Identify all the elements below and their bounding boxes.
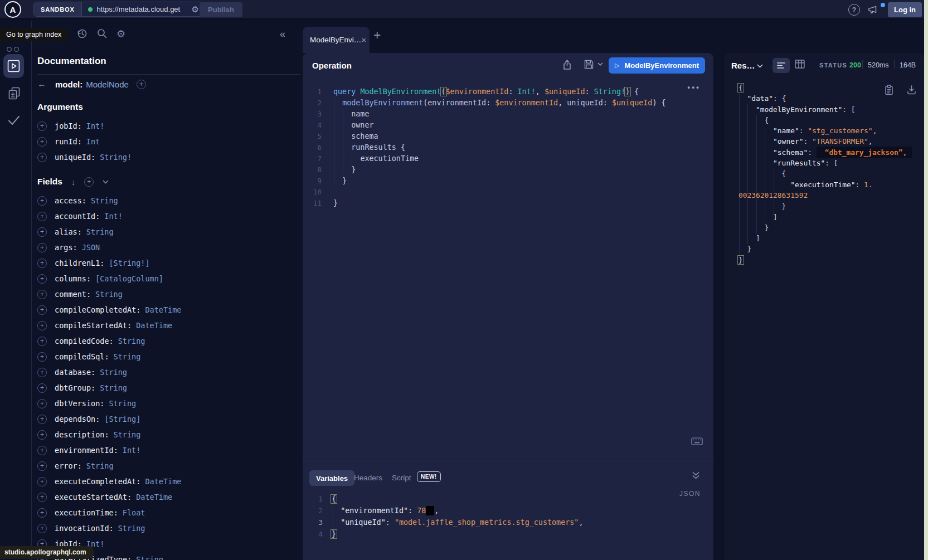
selected-field-type[interactable]: ModelNode	[86, 80, 129, 89]
tab-variables[interactable]: Variables	[309, 470, 354, 486]
graph-icon[interactable]	[14, 47, 19, 52]
save-options-chevron-icon[interactable]	[597, 62, 603, 66]
field-type[interactable]: String	[95, 290, 123, 299]
add-field-icon[interactable]: +	[37, 243, 47, 252]
sidebar-item-checks[interactable]	[7, 115, 21, 126]
share-icon[interactable]	[562, 60, 572, 70]
field-type[interactable]: String	[136, 555, 163, 560]
field-type[interactable]: DateTime	[145, 305, 181, 314]
response-body[interactable]: { "data": { "modelByEnvironment": [ { "n…	[738, 82, 912, 265]
apollo-logo[interactable]: A	[4, 1, 21, 18]
help-icon[interactable]: ?	[848, 4, 860, 16]
doc-field-row[interactable]: +childrenL1:[String!]	[37, 255, 181, 271]
field-name[interactable]: compiledCode:	[55, 337, 114, 345]
add-field-icon[interactable]: +	[37, 383, 47, 393]
field-name[interactable]: childrenL1:	[55, 259, 104, 267]
doc-field-row[interactable]: +compileCompletedAt:DateTime	[37, 302, 181, 318]
doc-field-row[interactable]: +environmentId:Int!	[37, 442, 181, 458]
field-type[interactable]: DateTime	[136, 493, 172, 501]
operation-editor[interactable]: query ModelByEnvironment($environmentId:…	[333, 86, 666, 209]
doc-field-row[interactable]: +compiledSql:String	[37, 349, 181, 364]
save-icon[interactable]	[584, 60, 594, 69]
field-name[interactable]: comment:	[55, 290, 91, 299]
field-type[interactable]: String	[118, 524, 145, 533]
field-type[interactable]: String	[91, 196, 118, 205]
new-tab-icon[interactable]: +	[373, 28, 381, 43]
add-field-icon[interactable]: +	[37, 227, 47, 237]
field-name[interactable]: jobId:	[55, 121, 82, 130]
close-tab-icon[interactable]: ×	[361, 35, 366, 45]
field-name[interactable]: uniqueId:	[55, 153, 95, 162]
add-field-icon[interactable]: +	[37, 274, 47, 284]
field-type[interactable]: String	[118, 337, 145, 345]
add-field-icon[interactable]: +	[37, 430, 47, 440]
add-field-icon[interactable]: +	[37, 493, 47, 502]
field-type[interactable]: [String!]	[109, 259, 149, 267]
login-button[interactable]: Log in	[888, 2, 922, 17]
chevron-down-icon[interactable]	[103, 180, 109, 184]
variables-editor[interactable]: { "environmentId": 78, "uniqueId": "mode…	[332, 493, 583, 540]
field-type[interactable]: String	[100, 368, 127, 377]
back-arrow-icon[interactable]: ←	[37, 79, 46, 89]
doc-field-row[interactable]: +invocationId:String	[37, 520, 181, 536]
add-field-icon[interactable]: +	[137, 80, 146, 89]
doc-field-row[interactable]: +compiledCode:String	[37, 333, 181, 349]
field-type[interactable]: JSON	[82, 243, 100, 252]
add-field-icon[interactable]: +	[37, 508, 47, 518]
add-field-icon[interactable]: +	[37, 137, 47, 147]
tree-view-toggle-button[interactable]	[772, 58, 790, 73]
field-type[interactable]: String	[100, 383, 127, 392]
doc-field-row[interactable]: +executeCompletedAt:DateTime	[37, 474, 181, 489]
tab-modelbyenvironment[interactable]: ModelByEnvi… ×	[303, 27, 370, 53]
response-title[interactable]: Res…	[731, 61, 755, 70]
field-name[interactable]: environmentId:	[55, 446, 118, 455]
doc-field-row[interactable]: +dependsOn:[String]	[37, 411, 181, 427]
doc-field-row[interactable]: +alias:String	[37, 224, 181, 240]
add-field-icon[interactable]: +	[37, 196, 47, 206]
field-type[interactable]: DateTime	[145, 477, 181, 486]
doc-field-row[interactable]: +access:String	[37, 193, 181, 208]
field-name[interactable]: columns:	[55, 274, 91, 283]
doc-field-row[interactable]: +jobId:Int!	[37, 118, 132, 134]
field-name[interactable]: dbtVersion:	[55, 399, 104, 408]
add-field-icon[interactable]: +	[37, 461, 47, 471]
add-field-icon[interactable]: +	[37, 477, 47, 486]
add-all-fields-icon[interactable]: +	[84, 177, 94, 187]
add-field-icon[interactable]: +	[37, 337, 47, 346]
doc-field-row[interactable]: +executeStartedAt:DateTime	[37, 489, 181, 505]
field-name[interactable]: compiledSql:	[55, 352, 109, 361]
field-name[interactable]: alias:	[55, 227, 82, 236]
doc-field-row[interactable]: +runId:Int	[37, 134, 132, 149]
field-name[interactable]: executeCompletedAt:	[55, 477, 140, 486]
field-name[interactable]: compileStartedAt:	[55, 321, 132, 330]
add-field-icon[interactable]: +	[37, 305, 47, 315]
field-name[interactable]: dbtGroup:	[55, 383, 95, 392]
field-type[interactable]: Int!	[104, 212, 123, 221]
field-type[interactable]: Int!	[86, 121, 105, 130]
sidebar-item-schema-diff[interactable]	[7, 86, 21, 101]
add-field-icon[interactable]: +	[37, 321, 47, 330]
doc-field-row[interactable]: +executionTime:Float	[37, 505, 181, 520]
add-field-icon[interactable]: +	[37, 290, 47, 299]
doc-field-row[interactable]: +accountId:Int!	[37, 208, 181, 224]
keyboard-shortcuts-icon[interactable]	[691, 437, 703, 445]
doc-field-row[interactable]: +description:String	[37, 427, 181, 442]
doc-field-row[interactable]: +error:String	[37, 458, 181, 474]
field-type[interactable]: Int!	[123, 446, 141, 455]
field-type[interactable]: String	[86, 227, 114, 236]
doc-field-row[interactable]: +columns:[CatalogColumn]	[37, 271, 181, 286]
field-name[interactable]: error:	[55, 461, 82, 470]
page-scrollbar[interactable]	[924, 0, 928, 560]
doc-field-row[interactable]: +compileStartedAt:DateTime	[37, 318, 181, 333]
field-type[interactable]: [String]	[104, 415, 140, 423]
field-name[interactable]: runId:	[55, 137, 82, 146]
add-field-icon[interactable]: +	[37, 415, 47, 424]
field-name[interactable]: access:	[55, 196, 86, 205]
announcements-megaphone-icon[interactable]	[867, 4, 878, 14]
field-type[interactable]: String	[114, 430, 141, 439]
field-name[interactable]: dependsOn:	[55, 415, 100, 423]
add-field-icon[interactable]: +	[37, 446, 47, 455]
field-type[interactable]: String	[109, 399, 136, 408]
add-field-icon[interactable]: +	[37, 212, 47, 221]
field-name[interactable]: executeStartedAt:	[55, 493, 132, 501]
